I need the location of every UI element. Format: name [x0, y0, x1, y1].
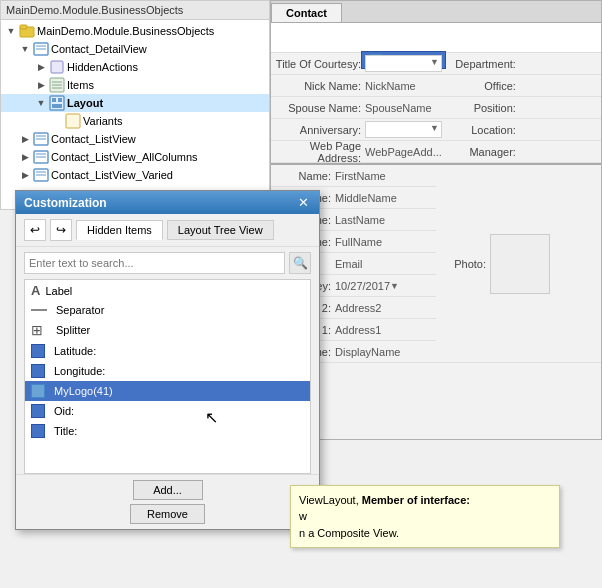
tree-toggle-varied[interactable]: ▶	[17, 167, 33, 183]
tree-container: ▼ MainDemo.Module.BusinessObjects ▼ Cont…	[1, 20, 269, 186]
label-position: Position:	[450, 102, 520, 114]
value-email: Email	[335, 258, 363, 270]
value-addr2: Address2	[335, 302, 381, 314]
value-lastname: LastName	[335, 214, 385, 226]
tree-toggle-contact-detail[interactable]: ▼	[17, 41, 33, 57]
dialog-toolbar: ↩ ↪ Hidden Items Layout Tree View	[16, 214, 319, 247]
add-button[interactable]: Add...	[133, 480, 203, 500]
form-row-nick-name: Nick Name: NickName	[271, 75, 446, 97]
undo-button[interactable]: ↩	[24, 219, 46, 241]
tree-label-layout: Layout	[67, 97, 103, 109]
tree-item-contact-list-allcols[interactable]: ▶ Contact_ListView_AllColumns	[1, 148, 269, 166]
tooltip-line1: ViewLayout, Member of interface:	[299, 494, 470, 506]
form-col2: Department: Office: Position: Location: …	[446, 53, 601, 163]
form-tab-bar: Contact	[271, 1, 601, 23]
list-item-longitude-text: Longitude:	[54, 365, 105, 377]
tree-item-hidden-actions[interactable]: ▶ HiddenActions	[1, 58, 269, 76]
list-item-latitude-text: Latitude:	[54, 345, 96, 357]
tab-layout-tree-view[interactable]: Layout Tree View	[167, 220, 274, 240]
title-field-icon	[31, 424, 45, 438]
folder-icon	[19, 23, 35, 39]
dialog-titlebar: Customization ✕	[16, 191, 319, 214]
list-item-separator-text: Separator	[56, 304, 104, 316]
list-view-icon	[33, 131, 49, 147]
svg-rect-12	[58, 98, 62, 102]
label-title-courtesy: Title Of Courtesy:	[275, 58, 365, 70]
items-list[interactable]: A Label Separator ⊞ Splitter Latitude:	[24, 279, 311, 474]
list-item-splitter-text: Splitter	[56, 324, 90, 336]
form-row-photo: Photo:	[436, 165, 601, 363]
tree-toggle-contact-list[interactable]: ▶	[17, 131, 33, 147]
label-firstname: Name:	[275, 170, 335, 182]
tree-item-variants[interactable]: Variants	[1, 112, 269, 130]
tree-toggle-root[interactable]: ▼	[3, 23, 19, 39]
tree-toggle-hidden-actions[interactable]: ▶	[33, 59, 49, 75]
tree-panel: MainDemo.Module.BusinessObjects ▼ MainDe…	[0, 0, 270, 210]
list-item-oid[interactable]: Oid:	[25, 401, 310, 421]
list-item-splitter[interactable]: ⊞ Splitter	[25, 319, 310, 341]
form-row-manager: Manager:	[446, 141, 601, 163]
remove-button[interactable]: Remove	[130, 504, 205, 524]
search-input[interactable]	[24, 252, 285, 274]
separator-icon	[31, 307, 51, 313]
list-item-longitude[interactable]: Longitude:	[25, 361, 310, 381]
label-anniversary: Anniversary:	[275, 124, 365, 136]
list-item-separator[interactable]: Separator	[25, 301, 310, 319]
tree-toggle-items[interactable]: ▶	[33, 77, 49, 93]
list-item-mylogo-text: MyLogo(41)	[54, 385, 113, 397]
list-view-varied-icon	[33, 167, 49, 183]
tab-contact[interactable]: Contact	[271, 3, 342, 22]
tree-item-contact-list-varied[interactable]: ▶ Contact_ListView_Varied	[1, 166, 269, 184]
form-row-dept: Department:	[446, 53, 601, 75]
list-item-mylogo[interactable]: MyLogo(41)	[25, 381, 310, 401]
form-col1: Title Of Courtesy: ▼ Nick Name: NickName…	[271, 53, 446, 163]
value-nick-name: NickName	[365, 80, 416, 92]
redo-button[interactable]: ↪	[50, 219, 72, 241]
label-icon: A	[31, 283, 40, 298]
tab-hidden-items[interactable]: Hidden Items	[76, 220, 163, 240]
tree-item-items[interactable]: ▶ Items	[1, 76, 269, 94]
dialog-close-button[interactable]: ✕	[296, 195, 311, 210]
svg-rect-14	[66, 114, 80, 128]
tooltip-box: ViewLayout, Member of interface: w n a C…	[290, 485, 560, 549]
svg-rect-13	[52, 104, 62, 108]
label-spouse: Spouse Name:	[275, 102, 365, 114]
value-spouse: SpouseName	[365, 102, 432, 114]
mylogo-field-icon	[31, 384, 45, 398]
value-fullname: FullName	[335, 236, 382, 248]
form-content: Title Of Courtesy: ▼ Nick Name: NickName…	[271, 53, 601, 163]
form-bottom: Name: FirstName e Name: MiddleName Name:…	[271, 165, 601, 363]
tree-label-root: MainDemo.Module.BusinessObjects	[37, 25, 214, 37]
tree-item-contact-detail[interactable]: ▼ Contact_DetailView	[1, 40, 269, 58]
tree-label-contact-list-varied: Contact_ListView_Varied	[51, 169, 173, 181]
label-dept: Department:	[450, 58, 520, 70]
tree-label-contact-list: Contact_ListView	[51, 133, 136, 145]
value-middlename: MiddleName	[335, 192, 397, 204]
tooltip-line3: n a Composite View.	[299, 527, 399, 539]
form-row-webpage: Web Page Address: WebPageAdd...	[271, 141, 446, 163]
tree-toggle-allcols[interactable]: ▶	[17, 149, 33, 165]
tree-item-layout[interactable]: ▼ Layout	[1, 94, 269, 112]
list-item-title[interactable]: Title:	[25, 421, 310, 441]
label-photo: Photo:	[440, 258, 490, 270]
label-manager: Manager:	[450, 146, 520, 158]
form-row-location: Location:	[446, 119, 601, 141]
items-list-icon	[49, 77, 65, 93]
customization-dialog: Customization ✕ ↩ ↪ Hidden Items Layout …	[15, 190, 320, 530]
dialog-footer: Add... Remove	[16, 474, 319, 529]
list-item-label[interactable]: A Label	[25, 280, 310, 301]
tree-item-root[interactable]: ▼ MainDemo.Module.BusinessObjects	[1, 22, 269, 40]
list-item-latitude[interactable]: Latitude:	[25, 341, 310, 361]
value-webpage: WebPageAdd...	[365, 146, 442, 158]
items-icon	[49, 59, 65, 75]
search-button[interactable]: 🔍	[289, 252, 311, 274]
form-row-position: Position:	[446, 97, 601, 119]
value-firstname: FirstName	[335, 170, 386, 182]
tree-item-contact-list[interactable]: ▶ Contact_ListView	[1, 130, 269, 148]
tree-panel-title: MainDemo.Module.BusinessObjects	[6, 4, 183, 16]
list-item-label-text: Label	[45, 285, 72, 297]
label-nick-name: Nick Name:	[275, 80, 365, 92]
tree-toggle-layout[interactable]: ▼	[33, 95, 49, 111]
form-row-anniversary: Anniversary: ▼	[271, 119, 446, 141]
list-view-allcols-icon	[33, 149, 49, 165]
